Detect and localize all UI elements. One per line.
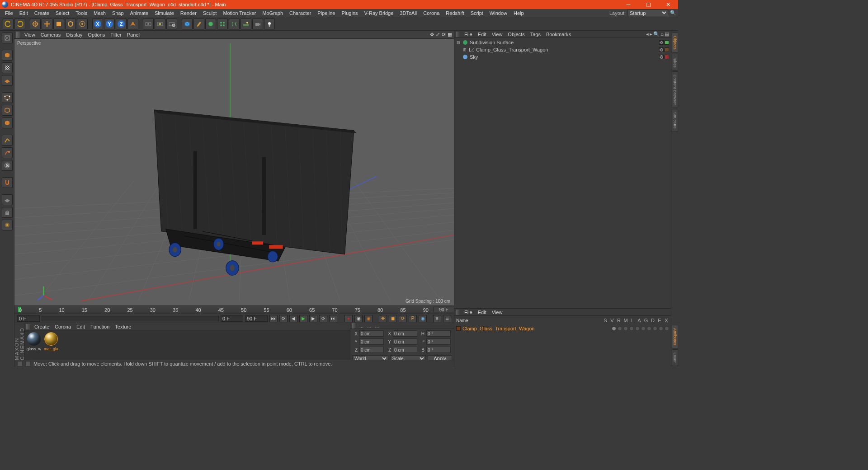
key-rot-toggle[interactable]: ⟳ xyxy=(399,315,407,322)
viewport-nav-move-icon[interactable]: ✥ xyxy=(430,32,434,38)
stop-button[interactable]: ⟳ xyxy=(319,315,327,322)
nurbs-tool[interactable] xyxy=(205,19,216,29)
viewport-menu-panel[interactable]: Panel xyxy=(124,32,142,38)
grip-icon[interactable] xyxy=(352,323,356,329)
grip-icon[interactable] xyxy=(456,32,460,37)
coord-rot-y[interactable] xyxy=(426,338,451,345)
tag-checker[interactable] xyxy=(659,47,664,52)
objmgr-menu-file[interactable]: File xyxy=(462,32,475,37)
layer-color-swatch[interactable] xyxy=(456,326,461,331)
perspective-viewport[interactable]: Perspective Grid Spacing : 100 cm xyxy=(14,39,454,306)
menu-help[interactable]: Help xyxy=(510,10,527,16)
objmgr-menu-bookmarks[interactable]: Bookmarks xyxy=(543,32,574,37)
lock-toggle[interactable] xyxy=(2,207,13,218)
collapse-icon[interactable]: ⊟ xyxy=(456,40,461,45)
snap-settings[interactable]: S xyxy=(2,160,13,171)
dock-tab-structure[interactable]: Structure xyxy=(672,109,678,132)
selected-object-name[interactable]: Clamp_Glass_Transport_Wagon xyxy=(462,326,610,331)
menu-tools[interactable]: Tools xyxy=(72,10,90,16)
menu-snap[interactable]: Snap xyxy=(109,10,127,16)
object-row[interactable]: Sky xyxy=(454,53,671,61)
attr-col-a[interactable]: A xyxy=(637,318,642,323)
render-region-button[interactable] xyxy=(155,19,165,29)
keyframe-button[interactable]: ◉ xyxy=(364,315,373,322)
dock-tab-layer[interactable]: Layer xyxy=(672,349,678,366)
edges-mode[interactable] xyxy=(2,105,13,116)
tag-mat[interactable] xyxy=(665,47,669,52)
viewport-menu-display[interactable]: Display xyxy=(63,32,85,38)
viewport-menu-view[interactable]: View xyxy=(22,32,38,38)
attr-col-v[interactable]: V xyxy=(609,318,615,323)
menu-sculpt[interactable]: Sculpt xyxy=(200,10,220,16)
menu-simulate[interactable]: Simulate xyxy=(151,10,177,16)
menu-plugins[interactable]: Plugins xyxy=(338,10,361,16)
viewport-menu-cameras[interactable]: Cameras xyxy=(38,32,64,38)
coord-pos-y[interactable] xyxy=(359,338,384,345)
key-param-toggle[interactable]: P xyxy=(409,315,417,322)
layout-select[interactable]: Startup xyxy=(627,9,668,16)
tag-checker[interactable] xyxy=(659,55,664,59)
materials-menu-corona[interactable]: Corona xyxy=(52,324,74,329)
workplane-mode[interactable] xyxy=(2,75,13,86)
attr-menu-view[interactable]: View xyxy=(489,310,505,315)
coord-rot-x[interactable] xyxy=(426,330,451,337)
render-settings-button[interactable] xyxy=(166,19,177,29)
dock-tab-content-browser[interactable]: Content Browser xyxy=(672,71,678,108)
menu-motion-tracker[interactable]: Motion Tracker xyxy=(220,10,259,16)
viewport-menu-filter[interactable]: Filter xyxy=(108,32,124,38)
grip-icon[interactable] xyxy=(456,310,460,315)
menu-select[interactable]: Select xyxy=(52,10,73,16)
menu-mograph[interactable]: MoGraph xyxy=(259,10,286,16)
dock-tab-attributes[interactable]: Attributes xyxy=(672,325,678,348)
points-mode[interactable] xyxy=(2,92,13,103)
coord-system-toggle[interactable] xyxy=(127,19,138,29)
dock-tab-takes[interactable]: Takes xyxy=(672,54,678,71)
soft-select[interactable] xyxy=(2,220,13,230)
attr-col-s[interactable]: S xyxy=(603,318,608,323)
grip-icon[interactable] xyxy=(26,324,30,329)
search-icon[interactable]: 🔍 xyxy=(653,31,660,37)
loop-button[interactable]: ⟳ xyxy=(279,315,288,322)
objmgr-menu-view[interactable]: View xyxy=(489,32,505,37)
select-tool[interactable] xyxy=(30,19,41,29)
move-tool[interactable] xyxy=(42,19,52,29)
materials-menu-edit[interactable]: Edit xyxy=(74,324,88,329)
menu-script[interactable]: Script xyxy=(467,10,486,16)
pen-tool[interactable] xyxy=(193,19,204,29)
menu-character[interactable]: Character xyxy=(286,10,314,16)
coord-size-z[interactable] xyxy=(393,347,417,353)
attr-col-g[interactable]: G xyxy=(643,318,649,323)
menu-file[interactable]: File xyxy=(2,10,16,16)
camera-tool[interactable] xyxy=(252,19,263,29)
prev-frame-button[interactable]: ◀ xyxy=(289,315,297,322)
scale-tool[interactable] xyxy=(53,19,64,29)
menu-pipeline[interactable]: Pipeline xyxy=(314,10,338,16)
key-pos-toggle[interactable]: ✥ xyxy=(379,315,387,322)
redo-button[interactable] xyxy=(14,19,25,29)
frame-start-field[interactable]: 0 F xyxy=(17,315,40,322)
dock-tab-objects[interactable]: Objects xyxy=(672,33,678,53)
attr-menu-file[interactable]: File xyxy=(462,310,475,315)
menu-mesh[interactable]: Mesh xyxy=(90,10,109,16)
menu-animate[interactable]: Animate xyxy=(127,10,151,16)
attr-col-m[interactable]: M xyxy=(623,318,628,323)
autokey-button[interactable]: ◉ xyxy=(354,315,363,322)
tag-checker[interactable] xyxy=(659,40,664,45)
rotate-tool[interactable] xyxy=(65,19,76,29)
viewport-nav-rotate-icon[interactable]: ⟳ xyxy=(442,32,446,38)
coord-rot-z[interactable] xyxy=(426,347,451,353)
menu-create[interactable]: Create xyxy=(31,10,52,16)
texture-mode[interactable] xyxy=(2,62,13,73)
menu-corona[interactable]: Corona xyxy=(420,10,443,16)
materials-menu-texture[interactable]: Texture xyxy=(112,324,134,329)
coord-pos-x[interactable] xyxy=(359,330,384,337)
x-axis-toggle[interactable]: X xyxy=(92,19,103,29)
range-slider[interactable] xyxy=(42,316,219,321)
make-editable-button[interactable] xyxy=(2,33,13,43)
workplane-lock[interactable] xyxy=(2,194,13,205)
goto-start-button[interactable]: ⏮ xyxy=(269,315,278,322)
minimize-button[interactable]: ─ xyxy=(618,0,638,9)
viewport-nav-zoom-icon[interactable]: ⤢ xyxy=(436,32,440,38)
polygons-mode[interactable] xyxy=(2,118,13,128)
menu-redshift[interactable]: Redshift xyxy=(443,10,467,16)
